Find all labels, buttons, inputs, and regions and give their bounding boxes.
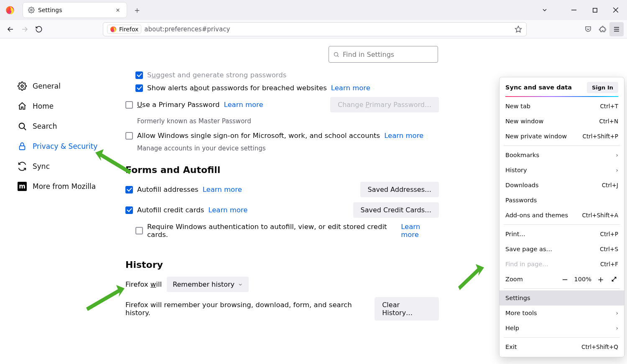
- identity-box[interactable]: Firefox: [107, 25, 141, 33]
- gradient-separator: [505, 96, 618, 97]
- link-primary-more[interactable]: Learn more: [224, 101, 263, 109]
- svg-point-14: [21, 85, 23, 87]
- link-sso-more[interactable]: Learn more: [384, 132, 423, 140]
- settings-sidebar: General Home Search Privacy & Security S…: [13, 76, 121, 196]
- chevron-right-icon: ›: [616, 325, 618, 331]
- label-require-auth: Require Windows authentication to autofi…: [147, 223, 401, 239]
- tabs-dropdown-icon[interactable]: [535, 1, 554, 19]
- app-menu-button[interactable]: [609, 22, 624, 36]
- settings-search-input[interactable]: [343, 51, 433, 59]
- identity-label: Firefox: [119, 26, 138, 33]
- sign-in-button[interactable]: Sign In: [587, 82, 618, 93]
- menu-settings[interactable]: Settings: [500, 290, 624, 305]
- firefox-logo: [0, 5, 20, 15]
- menu-find[interactable]: Find in page…Ctrl+F: [500, 257, 624, 272]
- history-heading: History: [125, 260, 439, 270]
- gear-icon: [28, 7, 35, 13]
- clear-history-button[interactable]: Clear History…: [375, 297, 439, 321]
- bookmark-star-icon[interactable]: [515, 25, 522, 33]
- gear-icon: [18, 81, 27, 91]
- url-bar[interactable]: Firefox about:preferences#privacy: [103, 22, 527, 36]
- menu-sync-header: Sync and save data Sign In: [500, 80, 624, 95]
- sidebar-item-general[interactable]: General: [13, 76, 121, 96]
- sidebar-item-home[interactable]: Home: [13, 96, 121, 116]
- app-menu-panel: Sync and save data Sign In New tabCtrl+T…: [499, 77, 624, 357]
- sidebar-item-search[interactable]: Search: [13, 116, 121, 136]
- forms-heading: Forms and Autofill: [125, 165, 439, 175]
- svg-line-13: [337, 56, 339, 57]
- extensions-icon[interactable]: [595, 22, 609, 36]
- menu-addons[interactable]: Add-ons and themesCtrl+Shift+A: [500, 208, 624, 223]
- menu-new-private[interactable]: New private windowCtrl+Shift+P: [500, 129, 624, 144]
- zoom-percent: 100%: [574, 276, 591, 283]
- link-breach-more[interactable]: Learn more: [331, 84, 370, 92]
- back-button[interactable]: [3, 22, 18, 36]
- sidebar-item-label: Search: [33, 122, 57, 130]
- sidebar-item-privacy[interactable]: Privacy & Security: [13, 136, 121, 156]
- window-minimize-button[interactable]: [564, 1, 584, 19]
- sidebar-item-more-mozilla[interactable]: m More from Mozilla: [13, 176, 121, 196]
- label-breach-alerts: Show alerts about passwords for breached…: [147, 84, 327, 92]
- saved-addresses-button[interactable]: Saved Addresses…: [360, 182, 439, 197]
- tab-close-icon[interactable]: ✕: [114, 6, 122, 14]
- fullscreen-icon[interactable]: [610, 275, 618, 283]
- chevron-right-icon: ›: [616, 167, 618, 173]
- sidebar-item-label: Sync: [33, 162, 50, 171]
- svg-marker-19: [86, 285, 125, 311]
- annotation-arrow-icon: [456, 264, 489, 293]
- label-autofill-cc: Autofill credit cards: [137, 206, 204, 214]
- mozilla-icon: m: [18, 182, 27, 191]
- lock-icon: [18, 142, 27, 151]
- link-cc-more[interactable]: Learn more: [208, 206, 247, 214]
- sidebar-item-label: General: [33, 82, 61, 90]
- checkbox-require-auth[interactable]: [135, 227, 143, 234]
- svg-rect-17: [20, 146, 25, 150]
- sidebar-item-label: Home: [33, 102, 54, 110]
- menu-new-tab[interactable]: New tabCtrl+T: [500, 99, 624, 114]
- checkbox-autofill-cc[interactable]: [125, 206, 133, 214]
- label-primary-password: Use a Primary Password: [137, 101, 220, 109]
- checkbox-breach-alerts[interactable]: [135, 84, 143, 92]
- menu-bookmarks[interactable]: Bookmarks›: [500, 148, 624, 163]
- zoom-in-button[interactable]: +: [596, 275, 605, 283]
- svg-marker-20: [458, 264, 484, 290]
- reload-button[interactable]: [32, 22, 46, 36]
- menu-print[interactable]: Print…Ctrl+P: [500, 227, 624, 242]
- history-mode-dropdown[interactable]: Remember history: [167, 277, 249, 292]
- checkbox-primary-password[interactable]: [125, 101, 133, 109]
- pocket-icon[interactable]: [581, 22, 595, 36]
- checkbox-autofill-addresses[interactable]: [125, 186, 133, 193]
- link-require-auth-more[interactable]: Learn more: [401, 223, 439, 239]
- svg-line-16: [24, 128, 26, 130]
- menu-separator: [504, 337, 620, 338]
- menu-history[interactable]: History›: [500, 163, 624, 178]
- settings-search: [329, 46, 438, 63]
- menu-sync-label: Sync and save data: [505, 84, 572, 91]
- sidebar-item-sync[interactable]: Sync: [13, 156, 121, 176]
- settings-search-box[interactable]: [329, 46, 438, 63]
- zoom-out-button[interactable]: −: [561, 275, 569, 283]
- svg-point-15: [19, 123, 25, 129]
- menu-more-tools[interactable]: More tools›: [500, 305, 624, 321]
- menu-help[interactable]: Help›: [500, 321, 624, 336]
- menu-save-as[interactable]: Save page as…Ctrl+S: [500, 242, 624, 257]
- change-primary-button[interactable]: Change Primary Password…: [330, 97, 439, 112]
- dropdown-value: Remember history: [173, 280, 234, 288]
- menu-downloads[interactable]: DownloadsCtrl+J: [500, 178, 624, 193]
- menu-separator: [504, 224, 620, 225]
- tab-settings[interactable]: Settings ✕: [23, 2, 127, 18]
- menu-passwords[interactable]: Passwords: [500, 193, 624, 208]
- saved-cards-button[interactable]: Saved Credit Cards…: [353, 202, 439, 218]
- menu-exit[interactable]: ExitCtrl+Shift+Q: [500, 339, 624, 354]
- forward-button[interactable]: [18, 22, 32, 36]
- window-maximize-button[interactable]: [585, 1, 604, 19]
- link-addr-more[interactable]: Learn more: [203, 186, 242, 193]
- window-close-button[interactable]: [606, 1, 625, 19]
- new-tab-button[interactable]: ＋: [130, 3, 144, 17]
- label-sso: Allow Windows single sign-on for Microso…: [137, 132, 380, 140]
- menu-new-window[interactable]: New windowCtrl+N: [500, 114, 624, 129]
- checkbox-sso[interactable]: [125, 132, 133, 140]
- sidebar-item-label: Privacy & Security: [33, 142, 97, 150]
- history-will-label: Firefox will: [125, 280, 162, 288]
- checkbox-suggest-passwords[interactable]: [135, 71, 143, 79]
